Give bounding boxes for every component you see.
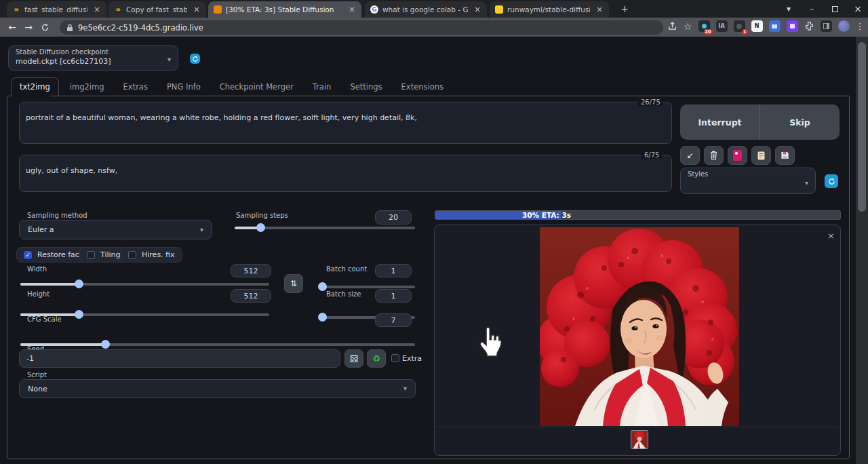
- tab-txt2img[interactable]: txt2img: [11, 77, 59, 96]
- tab-search-icon[interactable]: ▾: [777, 0, 800, 18]
- browser-tab-3-active[interactable]: [30% ETA: 3s] Stable Diffusion ×: [208, 1, 361, 18]
- tab-title: fast_stable_diffusion_AUTOMA: [24, 5, 87, 14]
- save-style-button[interactable]: [775, 146, 795, 165]
- slider-handle[interactable]: [256, 223, 265, 232]
- minimize-button[interactable]: –: [800, 0, 823, 18]
- reuse-seed-button[interactable]: ♻: [367, 349, 386, 368]
- share-icon[interactable]: [667, 21, 677, 31]
- slider-handle[interactable]: [318, 313, 327, 322]
- forward-button[interactable]: →: [20, 19, 37, 35]
- refresh-icon: [192, 56, 199, 62]
- google-icon: G: [370, 5, 378, 14]
- close-tab-icon[interactable]: ×: [594, 5, 605, 14]
- script-label: Script: [27, 371, 47, 379]
- browser-tab-5[interactable]: runwayml/stable-diffusion-v1 ×: [490, 1, 609, 18]
- clear-prompt-button[interactable]: [704, 146, 724, 165]
- browser-menu-icon[interactable]: ⋮: [856, 21, 865, 31]
- ext-glyph: [790, 24, 795, 28]
- back-button[interactable]: ←: [4, 19, 20, 35]
- prompt-textarea[interactable]: portrait of a beautiful woman, wearing a…: [19, 102, 672, 144]
- sampling-method-dropdown[interactable]: Euler a ▾: [19, 220, 212, 239]
- chevron-down-icon: ▾: [805, 179, 808, 187]
- browser-tab-2[interactable]: ∞ Copy of fast_stable_diffusion_ ×: [108, 1, 206, 18]
- batch-count-slider[interactable]: [318, 286, 415, 288]
- tab-extensions[interactable]: Extensions: [393, 77, 452, 96]
- seed-extra-checkbox[interactable]: [391, 354, 399, 362]
- pin-dot: [702, 24, 707, 28]
- batch-count-input[interactable]: 1: [375, 264, 412, 277]
- height-input[interactable]: 512: [231, 289, 271, 303]
- restore-faces-checkbox[interactable]: ✓: [24, 251, 32, 259]
- seed-input[interactable]: -1: [19, 349, 340, 368]
- apply-style-button[interactable]: [751, 146, 771, 165]
- random-seed-button[interactable]: ⚄: [344, 349, 363, 368]
- maximize-icon: [832, 6, 838, 12]
- maximize-button[interactable]: [823, 0, 846, 18]
- slider-handle[interactable]: [101, 340, 110, 349]
- scrollbar-thumb[interactable]: [858, 42, 866, 212]
- extra-networks-button[interactable]: [728, 146, 747, 165]
- grammarly-extension-icon[interactable]: 1: [734, 20, 745, 32]
- url-bar[interactable]: 9e5e6cc2-c519-4dc5.gradio.live: [60, 20, 663, 35]
- sampling-steps-slider[interactable]: [235, 227, 415, 229]
- trash-icon: [709, 151, 718, 160]
- refresh-icon: [828, 178, 835, 185]
- browser-tab-1[interactable]: ∞ fast_stable_diffusion_AUTOMA ×: [7, 1, 106, 18]
- new-tab-button[interactable]: +: [617, 2, 632, 16]
- width-slider[interactable]: [20, 283, 269, 286]
- reload-icon: [41, 23, 50, 32]
- tab-settings[interactable]: Settings: [342, 77, 390, 96]
- slider-handle[interactable]: [75, 279, 83, 288]
- ia-extension-icon[interactable]: IA: [716, 20, 728, 32]
- tab-extras[interactable]: Extras: [115, 77, 156, 96]
- hires-fix-option[interactable]: Hires. fix: [121, 247, 182, 263]
- hires-fix-checkbox[interactable]: [128, 251, 136, 259]
- script-value: None: [28, 385, 47, 393]
- close-tab-icon[interactable]: ×: [472, 5, 483, 14]
- blue-extension-icon[interactable]: [769, 20, 781, 32]
- extensions-puzzle-icon[interactable]: [804, 21, 814, 31]
- tab-png-info[interactable]: PNG Info: [159, 77, 209, 96]
- interrupt-button[interactable]: Interrupt: [680, 104, 760, 140]
- batch-size-label: Batch size: [326, 290, 361, 298]
- generated-image[interactable]: [540, 227, 739, 426]
- window-close-button[interactable]: ×: [846, 0, 868, 18]
- gallery-thumbnail[interactable]: [631, 430, 648, 449]
- purple-extension-icon[interactable]: [787, 20, 798, 32]
- tab-train[interactable]: Train: [304, 77, 340, 96]
- close-tab-icon[interactable]: ×: [191, 5, 202, 14]
- browser-tab-4[interactable]: G what is google colab - Google ×: [365, 1, 487, 18]
- checkpoint-refresh-button[interactable]: [190, 54, 200, 64]
- sampling-steps-input[interactable]: 20: [375, 210, 412, 225]
- notion-extension-icon[interactable]: N: [751, 20, 763, 32]
- skip-button[interactable]: Skip: [760, 104, 840, 140]
- profile-avatar[interactable]: [838, 20, 850, 32]
- url-text: 9e5e6cc2-c519-4dc5.gradio.live: [78, 23, 203, 33]
- extension-badge: 1: [742, 29, 748, 35]
- clipboard-icon: [757, 151, 766, 161]
- width-input[interactable]: 512: [231, 264, 271, 277]
- styles-refresh-button[interactable]: [825, 174, 838, 188]
- cfg-scale-slider[interactable]: [20, 343, 415, 346]
- negative-prompt-textarea[interactable]: ugly, out of shape, nsfw,: [19, 155, 672, 192]
- cfg-scale-input[interactable]: 7: [375, 313, 412, 327]
- checkpoint-dropdown[interactable]: Stable Diffusion checkpoint model.ckpt […: [8, 45, 178, 71]
- tab-img2img[interactable]: img2img: [62, 77, 113, 96]
- close-preview-icon[interactable]: ×: [827, 231, 835, 241]
- swap-width-height-button[interactable]: ⇅: [284, 274, 303, 293]
- close-tab-icon[interactable]: ×: [347, 5, 357, 14]
- reload-button[interactable]: [37, 19, 53, 35]
- tiling-checkbox[interactable]: [87, 251, 95, 259]
- bookmark-star-icon[interactable]: ☆: [684, 22, 692, 31]
- scrollbar-track[interactable]: [856, 37, 868, 464]
- colab-icon: ∞: [12, 5, 20, 14]
- paste-generation-params-button[interactable]: ↙: [680, 146, 700, 165]
- styles-dropdown[interactable]: Styles ▾: [680, 168, 816, 194]
- script-dropdown[interactable]: None ▾: [19, 379, 416, 398]
- pin-extension-icon[interactable]: 20: [698, 20, 710, 32]
- side-panel-icon[interactable]: [821, 20, 832, 32]
- tab-checkpoint-merger[interactable]: Checkpoint Merger: [212, 77, 302, 96]
- close-tab-icon[interactable]: ×: [92, 5, 102, 14]
- batch-size-input[interactable]: 1: [375, 289, 412, 303]
- slider-handle[interactable]: [75, 310, 83, 319]
